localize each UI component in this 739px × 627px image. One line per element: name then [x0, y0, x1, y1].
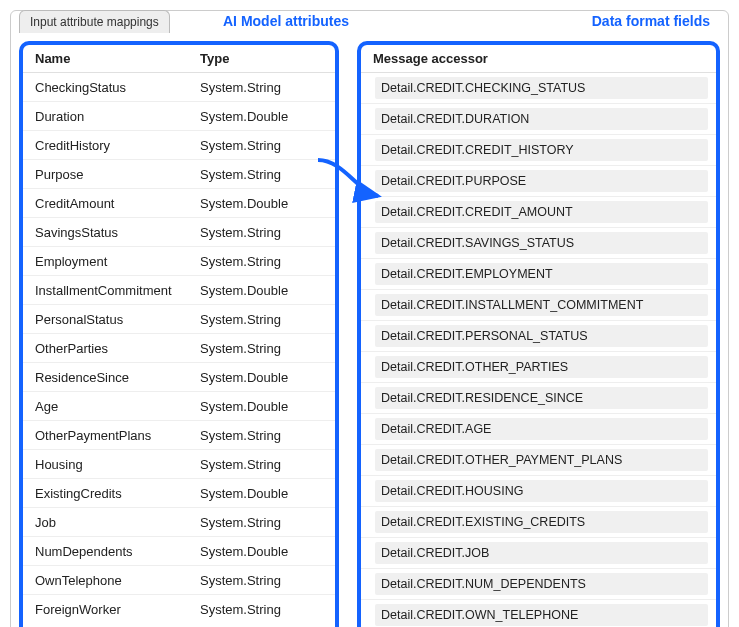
attribute-name: PersonalStatus — [35, 312, 200, 327]
accessor-row — [361, 73, 716, 104]
accessor-row — [361, 569, 716, 600]
accessor-row — [361, 259, 716, 290]
attribute-row[interactable]: DurationSystem.Double — [23, 102, 335, 131]
message-accessor-input[interactable] — [375, 294, 708, 316]
attribute-row[interactable]: OwnTelephoneSystem.String — [23, 566, 335, 595]
attribute-name: OtherParties — [35, 341, 200, 356]
message-accessor-input[interactable] — [375, 139, 708, 161]
attribute-row[interactable]: EmploymentSystem.String — [23, 247, 335, 276]
accessor-row — [361, 507, 716, 538]
attribute-row[interactable]: SavingsStatusSystem.String — [23, 218, 335, 247]
message-accessor-input[interactable] — [375, 449, 708, 471]
attribute-name: ForeignWorker — [35, 602, 200, 617]
message-accessor-input[interactable] — [375, 542, 708, 564]
attribute-name: Age — [35, 399, 200, 414]
attribute-type: System.Double — [200, 109, 323, 124]
attribute-type: System.String — [200, 254, 323, 269]
accessor-row — [361, 383, 716, 414]
attribute-type: System.String — [200, 80, 323, 95]
message-accessor-input[interactable] — [375, 201, 708, 223]
message-accessor-input[interactable] — [375, 356, 708, 378]
accessor-row — [361, 476, 716, 507]
attribute-name: Purpose — [35, 167, 200, 182]
attribute-type: System.String — [200, 428, 323, 443]
attribute-type: System.Double — [200, 370, 323, 385]
attribute-row[interactable]: CreditAmountSystem.Double — [23, 189, 335, 218]
content-area: Name Type CheckingStatusSystem.StringDur… — [11, 37, 728, 627]
attribute-type: System.Double — [200, 399, 323, 414]
header-message-accessor: Message accessor — [361, 45, 716, 73]
attribute-row[interactable]: PersonalStatusSystem.String — [23, 305, 335, 334]
attribute-name: CheckingStatus — [35, 80, 200, 95]
attribute-row[interactable]: OtherPaymentPlansSystem.String — [23, 421, 335, 450]
attribute-type: System.String — [200, 573, 323, 588]
attribute-row[interactable]: CreditHistorySystem.String — [23, 131, 335, 160]
heading-ai-model-attributes: AI Model attributes — [223, 13, 349, 29]
accessor-row — [361, 352, 716, 383]
message-accessor-input[interactable] — [375, 604, 708, 626]
attribute-type: System.String — [200, 312, 323, 327]
attribute-name: InstallmentCommitment — [35, 283, 200, 298]
message-accessor-input[interactable] — [375, 77, 708, 99]
attribute-name: CreditAmount — [35, 196, 200, 211]
accessor-row — [361, 538, 716, 569]
message-accessor-input[interactable] — [375, 511, 708, 533]
attribute-row[interactable]: NumDependentsSystem.Double — [23, 537, 335, 566]
attribute-row[interactable]: ExistingCreditsSystem.Double — [23, 479, 335, 508]
accessor-row — [361, 445, 716, 476]
attribute-type: System.Double — [200, 283, 323, 298]
attributes-header-row: Name Type — [23, 45, 335, 73]
message-accessor-input[interactable] — [375, 418, 708, 440]
header-type: Type — [200, 51, 323, 66]
accessor-row — [361, 228, 716, 259]
attribute-row[interactable]: AgeSystem.Double — [23, 392, 335, 421]
ai-model-attributes-panel: Name Type CheckingStatusSystem.StringDur… — [19, 41, 339, 627]
attribute-row[interactable]: OtherPartiesSystem.String — [23, 334, 335, 363]
message-accessor-input[interactable] — [375, 325, 708, 347]
tab-row: Input attribute mappings AI Model attrib… — [11, 11, 728, 37]
attribute-type: System.String — [200, 515, 323, 530]
attribute-name: OtherPaymentPlans — [35, 428, 200, 443]
data-format-fields-panel: Message accessor — [357, 41, 720, 627]
attribute-type: System.String — [200, 225, 323, 240]
attribute-name: Job — [35, 515, 200, 530]
attribute-name: SavingsStatus — [35, 225, 200, 240]
accessor-row — [361, 290, 716, 321]
accessor-row — [361, 104, 716, 135]
attribute-type: System.String — [200, 457, 323, 472]
accessor-row — [361, 321, 716, 352]
message-accessor-input[interactable] — [375, 573, 708, 595]
attribute-type: System.Double — [200, 486, 323, 501]
attribute-name: Housing — [35, 457, 200, 472]
attribute-type: System.String — [200, 138, 323, 153]
message-accessor-input[interactable] — [375, 170, 708, 192]
mapping-container: Input attribute mappings AI Model attrib… — [10, 10, 729, 627]
attribute-name: Duration — [35, 109, 200, 124]
accessor-row — [361, 135, 716, 166]
attribute-row[interactable]: InstallmentCommitmentSystem.Double — [23, 276, 335, 305]
attribute-row[interactable]: CheckingStatusSystem.String — [23, 73, 335, 102]
attribute-name: ExistingCredits — [35, 486, 200, 501]
heading-data-format-fields: Data format fields — [592, 13, 710, 29]
attribute-row[interactable]: PurposeSystem.String — [23, 160, 335, 189]
message-accessor-input[interactable] — [375, 108, 708, 130]
accessor-row — [361, 166, 716, 197]
attribute-row[interactable]: ResidenceSinceSystem.Double — [23, 363, 335, 392]
attribute-name: CreditHistory — [35, 138, 200, 153]
accessor-row — [361, 197, 716, 228]
accessor-row — [361, 414, 716, 445]
attribute-row[interactable]: ForeignWorkerSystem.String — [23, 595, 335, 624]
attribute-row[interactable]: HousingSystem.String — [23, 450, 335, 479]
attribute-type: System.Double — [200, 544, 323, 559]
attribute-name: OwnTelephone — [35, 573, 200, 588]
message-accessor-input[interactable] — [375, 480, 708, 502]
attribute-name: ResidenceSince — [35, 370, 200, 385]
message-accessor-input[interactable] — [375, 232, 708, 254]
message-accessor-input[interactable] — [375, 387, 708, 409]
attribute-name: Employment — [35, 254, 200, 269]
attribute-row[interactable]: JobSystem.String — [23, 508, 335, 537]
attribute-type: System.String — [200, 602, 323, 617]
message-accessor-input[interactable] — [375, 263, 708, 285]
header-name: Name — [35, 51, 200, 66]
tab-input-mappings[interactable]: Input attribute mappings — [19, 10, 170, 33]
